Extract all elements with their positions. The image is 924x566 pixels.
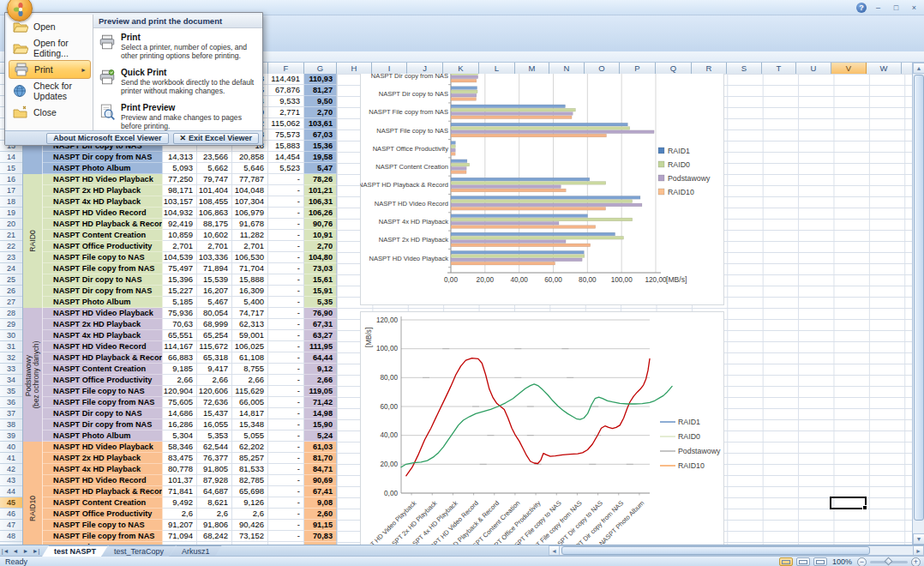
row-header-34[interactable]: 34 bbox=[0, 375, 22, 386]
cell-measurement[interactable]: - bbox=[268, 397, 304, 408]
cell-measurement[interactable]: 79,747 bbox=[197, 174, 232, 185]
vertical-scroll-thumb[interactable] bbox=[914, 75, 924, 521]
cell-average[interactable]: 63,27 bbox=[304, 330, 337, 341]
cell-test-name[interactable]: NASPT Dir copy to NAS bbox=[43, 408, 163, 419]
cell-measurement[interactable]: 104,048 bbox=[232, 185, 268, 196]
cell-measurement[interactable]: 15,883 bbox=[268, 141, 304, 152]
cell-average[interactable]: 2,66 bbox=[304, 375, 337, 386]
cell-measurement[interactable]: - bbox=[268, 319, 304, 330]
cell-measurement[interactable]: 58,346 bbox=[163, 442, 197, 453]
cell-test-name[interactable]: NASPT HD Video Playback bbox=[43, 442, 163, 453]
cell-measurement[interactable]: 14,454 bbox=[268, 152, 304, 163]
cell-average[interactable]: 15,36 bbox=[304, 141, 337, 152]
cell-measurement[interactable]: 101,404 bbox=[197, 185, 232, 196]
cell-test-name[interactable]: NASPT 4x HD Playback bbox=[43, 330, 163, 341]
row-header-44[interactable]: 44 bbox=[0, 486, 22, 497]
zoom-level[interactable]: 100% bbox=[832, 557, 852, 566]
cell-measurement[interactable]: 66,005 bbox=[232, 397, 268, 408]
cell-measurement[interactable]: 15,437 bbox=[197, 408, 232, 419]
cell-measurement[interactable]: - bbox=[268, 219, 304, 230]
cell-test-name[interactable]: NASPT Content Creation bbox=[43, 497, 163, 509]
cell-average[interactable]: 84,71 bbox=[304, 464, 337, 475]
cell-measurement[interactable]: 68,242 bbox=[197, 531, 232, 542]
cell-test-name[interactable]: NASPT Content Creation bbox=[43, 230, 163, 241]
cell-test-name[interactable]: NASPT Office Productivity bbox=[43, 241, 163, 252]
cell-measurement[interactable]: 5,467 bbox=[197, 297, 232, 308]
cell-measurement[interactable]: 115,062 bbox=[268, 118, 304, 129]
cell-average[interactable]: 67,03 bbox=[304, 129, 337, 141]
cell-average[interactable]: 81,70 bbox=[304, 453, 337, 464]
cell-test-name[interactable]: NASPT File copy to NAS bbox=[43, 386, 163, 397]
column-header-S[interactable]: S bbox=[727, 63, 762, 74]
cell-measurement[interactable]: 5,400 bbox=[232, 297, 268, 308]
cell-measurement[interactable]: 5,304 bbox=[163, 431, 197, 442]
cell-measurement[interactable]: 82,785 bbox=[232, 475, 268, 486]
exit-excel-viewer-button[interactable]: ✕ Exit Excel Viewer bbox=[173, 133, 259, 144]
menu-item-print[interactable]: Print ► bbox=[9, 60, 91, 79]
cell-test-name[interactable]: NASPT Dir copy from NAS bbox=[43, 152, 163, 163]
cell-measurement[interactable]: 2,66 bbox=[232, 375, 268, 386]
cell-test-name[interactable]: NASPT Photo Album bbox=[43, 297, 163, 308]
horizontal-scrollbar[interactable]: ◄ ► bbox=[549, 545, 924, 556]
cell-average[interactable]: 5,47 bbox=[304, 163, 337, 174]
row-header-31[interactable]: 31 bbox=[0, 341, 22, 352]
cell-average[interactable]: 103,61 bbox=[304, 118, 337, 129]
normal-view-button[interactable] bbox=[779, 557, 793, 566]
cell-average[interactable]: 10,91 bbox=[304, 230, 337, 241]
row-header-35[interactable]: 35 bbox=[0, 386, 22, 397]
sheet-tab-test-naspt[interactable]: test NASPT bbox=[42, 545, 108, 557]
line-chart-object[interactable]: 0,0020,0040,0060,0080,00100,00120,00[MB/… bbox=[360, 311, 724, 545]
cell-average[interactable]: 78,26 bbox=[304, 174, 337, 185]
cell-measurement[interactable]: 80,778 bbox=[163, 464, 197, 475]
cell-test-name[interactable]: NASPT HD Video Playback bbox=[43, 174, 163, 185]
cell-measurement[interactable]: - bbox=[268, 375, 304, 386]
cell-measurement[interactable]: 91,806 bbox=[197, 520, 232, 531]
row-header-47[interactable]: 47 bbox=[0, 520, 22, 531]
cell-measurement[interactable]: 16,286 bbox=[163, 419, 197, 431]
cell-average[interactable]: 2,70 bbox=[304, 241, 337, 252]
column-header-W[interactable]: W bbox=[867, 63, 902, 74]
cell-measurement[interactable]: 62,313 bbox=[232, 319, 268, 330]
cell-measurement[interactable]: - bbox=[268, 464, 304, 475]
cell-measurement[interactable]: - bbox=[268, 208, 304, 219]
cell-average[interactable]: 70,83 bbox=[304, 531, 337, 542]
cell-average[interactable]: 76,90 bbox=[304, 308, 337, 319]
column-header-H[interactable]: H bbox=[337, 63, 372, 74]
cell-measurement[interactable]: 106,863 bbox=[197, 208, 232, 219]
cell-measurement[interactable]: - bbox=[268, 386, 304, 397]
cell-test-name[interactable]: NASPT 2x HD Playback bbox=[43, 319, 163, 330]
cell-measurement[interactable]: 8,621 bbox=[197, 497, 232, 509]
cell-test-name[interactable]: NASPT File copy to NAS bbox=[43, 520, 163, 531]
cell-measurement[interactable]: 9,492 bbox=[163, 497, 197, 509]
cell-measurement[interactable]: 65,254 bbox=[197, 330, 232, 341]
cell-measurement[interactable]: - bbox=[268, 431, 304, 442]
row-header-29[interactable]: 29 bbox=[0, 319, 22, 330]
column-header-N[interactable]: N bbox=[549, 63, 585, 74]
column-header-O[interactable]: O bbox=[585, 63, 620, 74]
cell-measurement[interactable]: 62,202 bbox=[232, 442, 268, 453]
cell-average[interactable]: 81,27 bbox=[304, 85, 337, 96]
cell-measurement[interactable]: 114,167 bbox=[163, 341, 197, 352]
cell-average[interactable]: 2,70 bbox=[304, 107, 337, 118]
prev-sheet-icon[interactable]: ◄ bbox=[10, 545, 21, 556]
cell-test-name[interactable]: NASPT 2x HD Playback bbox=[43, 185, 163, 196]
cell-test-name[interactable]: NASPT Photo Album bbox=[43, 431, 163, 442]
cell-measurement[interactable]: - bbox=[268, 174, 304, 185]
column-header-F[interactable]: F bbox=[268, 63, 304, 74]
cell-test-name[interactable]: NASPT File copy from NAS bbox=[43, 397, 163, 408]
page-break-view-button[interactable] bbox=[813, 557, 827, 566]
row-header-21[interactable]: 21 bbox=[0, 230, 22, 241]
cell-measurement[interactable]: 61,108 bbox=[232, 352, 268, 364]
cell-average[interactable]: 14,98 bbox=[304, 408, 337, 419]
cell-measurement[interactable]: 91,805 bbox=[197, 464, 232, 475]
cell-measurement[interactable]: 20,858 bbox=[232, 152, 268, 163]
cell-measurement[interactable]: 2,771 bbox=[268, 107, 304, 118]
cell-measurement[interactable]: - bbox=[268, 531, 304, 542]
cell-measurement[interactable]: 106,025 bbox=[232, 341, 268, 352]
cell-measurement[interactable]: 115,672 bbox=[197, 341, 232, 352]
cell-measurement[interactable]: - bbox=[268, 252, 304, 263]
column-header-T[interactable]: T bbox=[762, 63, 796, 74]
zoom-slider-thumb[interactable] bbox=[885, 557, 893, 565]
cell-average[interactable]: 61,03 bbox=[304, 442, 337, 453]
cell-measurement[interactable]: - bbox=[268, 520, 304, 531]
